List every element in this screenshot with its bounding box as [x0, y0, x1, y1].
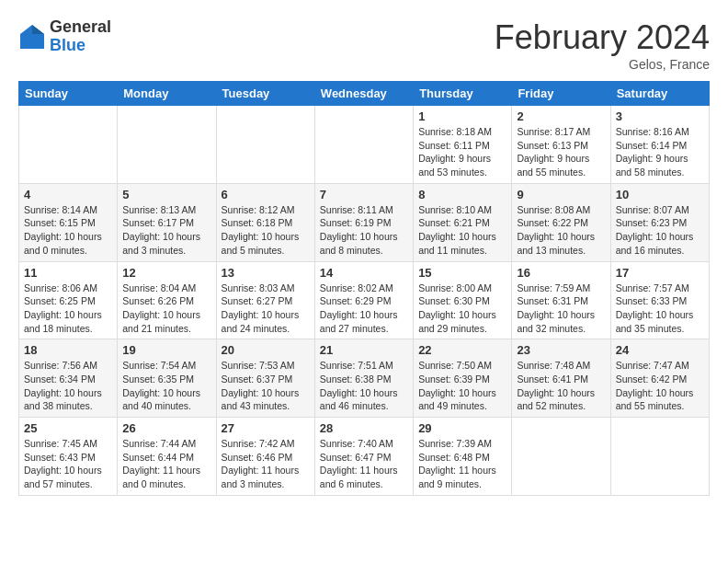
day-info: Sunrise: 7:48 AM Sunset: 6:41 PM Dayligh… [517, 359, 605, 413]
calendar-cell: 23Sunrise: 7:48 AM Sunset: 6:41 PM Dayli… [512, 339, 610, 418]
day-number: 14 [320, 266, 408, 280]
logo-blue: Blue [50, 37, 111, 55]
calendar-cell: 14Sunrise: 8:02 AM Sunset: 6:29 PM Dayli… [314, 261, 413, 339]
day-info: Sunrise: 8:06 AM Sunset: 6:25 PM Dayligh… [24, 282, 112, 336]
day-info: Sunrise: 7:47 AM Sunset: 6:42 PM Dayligh… [616, 359, 704, 413]
week-row-4: 18Sunrise: 7:56 AM Sunset: 6:34 PM Dayli… [19, 339, 710, 418]
day-number: 15 [418, 266, 506, 280]
week-row-2: 4Sunrise: 8:14 AM Sunset: 6:15 PM Daylig… [19, 183, 710, 261]
day-info: Sunrise: 8:12 AM Sunset: 6:18 PM Dayligh… [222, 203, 310, 258]
calendar-cell: 9Sunrise: 8:08 AM Sunset: 6:22 PM Daylig… [512, 183, 610, 261]
day-info: Sunrise: 7:59 AM Sunset: 6:31 PM Dayligh… [517, 282, 605, 336]
calendar-cell: 4Sunrise: 8:14 AM Sunset: 6:15 PM Daylig… [19, 183, 118, 261]
calendar-cell: 20Sunrise: 7:53 AM Sunset: 6:37 PM Dayli… [216, 339, 314, 418]
calendar-cell: 11Sunrise: 8:06 AM Sunset: 6:25 PM Dayli… [19, 261, 118, 339]
day-number: 8 [418, 188, 506, 201]
calendar-cell: 15Sunrise: 8:00 AM Sunset: 6:30 PM Dayli… [414, 261, 512, 339]
day-number: 21 [320, 343, 408, 357]
calendar-cell: 25Sunrise: 7:45 AM Sunset: 6:43 PM Dayli… [19, 418, 118, 496]
calendar-cell: 16Sunrise: 7:59 AM Sunset: 6:31 PM Dayli… [512, 261, 610, 339]
day-number: 12 [122, 266, 210, 280]
calendar-cell [512, 418, 610, 496]
calendar-cell: 26Sunrise: 7:44 AM Sunset: 6:44 PM Dayli… [118, 418, 216, 496]
day-number: 11 [24, 266, 112, 280]
column-header-tuesday: Tuesday [216, 82, 314, 106]
column-header-saturday: Saturday [610, 82, 709, 106]
day-info: Sunrise: 7:54 AM Sunset: 6:35 PM Dayligh… [122, 359, 210, 413]
column-header-monday: Monday [118, 82, 216, 106]
day-info: Sunrise: 8:02 AM Sunset: 6:29 PM Dayligh… [320, 282, 408, 336]
day-info: Sunrise: 8:14 AM Sunset: 6:15 PM Dayligh… [24, 203, 112, 258]
calendar-cell: 2Sunrise: 8:17 AM Sunset: 6:13 PM Daylig… [512, 106, 610, 184]
day-number: 20 [222, 343, 310, 357]
day-info: Sunrise: 8:13 AM Sunset: 6:17 PM Dayligh… [122, 203, 210, 258]
day-number: 6 [222, 188, 310, 201]
day-number: 9 [517, 188, 605, 201]
calendar-cell: 22Sunrise: 7:50 AM Sunset: 6:39 PM Dayli… [414, 339, 512, 418]
logo: General Blue [18, 18, 111, 55]
calendar-cell: 21Sunrise: 7:51 AM Sunset: 6:38 PM Dayli… [314, 339, 413, 418]
day-number: 19 [122, 343, 210, 357]
location: Gelos, France [495, 57, 710, 72]
calendar-cell: 5Sunrise: 8:13 AM Sunset: 6:17 PM Daylig… [118, 183, 216, 261]
week-row-3: 11Sunrise: 8:06 AM Sunset: 6:25 PM Dayli… [19, 261, 710, 339]
calendar-cell: 10Sunrise: 8:07 AM Sunset: 6:23 PM Dayli… [610, 183, 709, 261]
day-number: 17 [616, 266, 704, 280]
calendar-cell: 29Sunrise: 7:39 AM Sunset: 6:48 PM Dayli… [414, 418, 512, 496]
day-number: 3 [616, 109, 704, 123]
calendar-cell: 8Sunrise: 8:10 AM Sunset: 6:21 PM Daylig… [414, 183, 512, 261]
day-info: Sunrise: 8:10 AM Sunset: 6:21 PM Dayligh… [418, 203, 506, 258]
day-number: 4 [24, 188, 112, 201]
day-info: Sunrise: 7:39 AM Sunset: 6:48 PM Dayligh… [418, 437, 506, 491]
logo-general: General [50, 18, 111, 37]
day-info: Sunrise: 8:18 AM Sunset: 6:11 PM Dayligh… [418, 125, 506, 179]
day-info: Sunrise: 7:44 AM Sunset: 6:44 PM Dayligh… [122, 437, 210, 491]
calendar-cell: 6Sunrise: 8:12 AM Sunset: 6:18 PM Daylig… [216, 183, 314, 261]
day-info: Sunrise: 7:50 AM Sunset: 6:39 PM Dayligh… [418, 359, 506, 413]
day-info: Sunrise: 8:16 AM Sunset: 6:14 PM Dayligh… [616, 125, 704, 179]
calendar-cell: 28Sunrise: 7:40 AM Sunset: 6:47 PM Dayli… [314, 418, 413, 496]
calendar-cell [118, 106, 216, 184]
calendar-cell: 19Sunrise: 7:54 AM Sunset: 6:35 PM Dayli… [118, 339, 216, 418]
day-number: 7 [320, 188, 408, 201]
day-number: 18 [24, 343, 112, 357]
week-row-5: 25Sunrise: 7:45 AM Sunset: 6:43 PM Dayli… [19, 418, 710, 496]
day-number: 29 [418, 421, 506, 435]
day-info: Sunrise: 8:07 AM Sunset: 6:23 PM Dayligh… [616, 203, 704, 258]
column-header-sunday: Sunday [19, 82, 118, 106]
month-title: February 2024 [495, 18, 710, 57]
day-number: 5 [122, 188, 210, 201]
day-number: 26 [122, 421, 210, 435]
day-info: Sunrise: 8:03 AM Sunset: 6:27 PM Dayligh… [222, 282, 310, 336]
day-info: Sunrise: 8:17 AM Sunset: 6:13 PM Dayligh… [517, 125, 605, 179]
day-info: Sunrise: 8:00 AM Sunset: 6:30 PM Dayligh… [418, 282, 506, 336]
column-header-friday: Friday [512, 82, 610, 106]
day-info: Sunrise: 7:51 AM Sunset: 6:38 PM Dayligh… [320, 359, 408, 413]
calendar-cell: 3Sunrise: 8:16 AM Sunset: 6:14 PM Daylig… [610, 106, 709, 184]
calendar-cell: 27Sunrise: 7:42 AM Sunset: 6:46 PM Dayli… [216, 418, 314, 496]
day-info: Sunrise: 7:53 AM Sunset: 6:37 PM Dayligh… [222, 359, 310, 413]
calendar-cell: 17Sunrise: 7:57 AM Sunset: 6:33 PM Dayli… [610, 261, 709, 339]
calendar-cell [19, 106, 118, 184]
calendar-cell [314, 106, 413, 184]
day-info: Sunrise: 7:57 AM Sunset: 6:33 PM Dayligh… [616, 282, 704, 336]
day-number: 2 [517, 109, 605, 123]
calendar-cell: 12Sunrise: 8:04 AM Sunset: 6:26 PM Dayli… [118, 261, 216, 339]
day-number: 22 [418, 343, 506, 357]
logo-icon [18, 23, 46, 51]
day-number: 23 [517, 343, 605, 357]
calendar-cell: 7Sunrise: 8:11 AM Sunset: 6:19 PM Daylig… [314, 183, 413, 261]
calendar-cell: 18Sunrise: 7:56 AM Sunset: 6:34 PM Dayli… [19, 339, 118, 418]
day-number: 1 [418, 109, 506, 123]
calendar-cell [216, 106, 314, 184]
calendar-cell: 1Sunrise: 8:18 AM Sunset: 6:11 PM Daylig… [414, 106, 512, 184]
calendar-header-row: SundayMondayTuesdayWednesdayThursdayFrid… [19, 82, 710, 106]
svg-marker-1 [32, 25, 44, 34]
calendar-cell [610, 418, 709, 496]
logo-text: General Blue [50, 18, 111, 55]
day-info: Sunrise: 7:45 AM Sunset: 6:43 PM Dayligh… [24, 437, 112, 491]
week-row-1: 1Sunrise: 8:18 AM Sunset: 6:11 PM Daylig… [19, 106, 710, 184]
day-number: 16 [517, 266, 605, 280]
day-info: Sunrise: 7:42 AM Sunset: 6:46 PM Dayligh… [222, 437, 310, 491]
day-number: 27 [222, 421, 310, 435]
